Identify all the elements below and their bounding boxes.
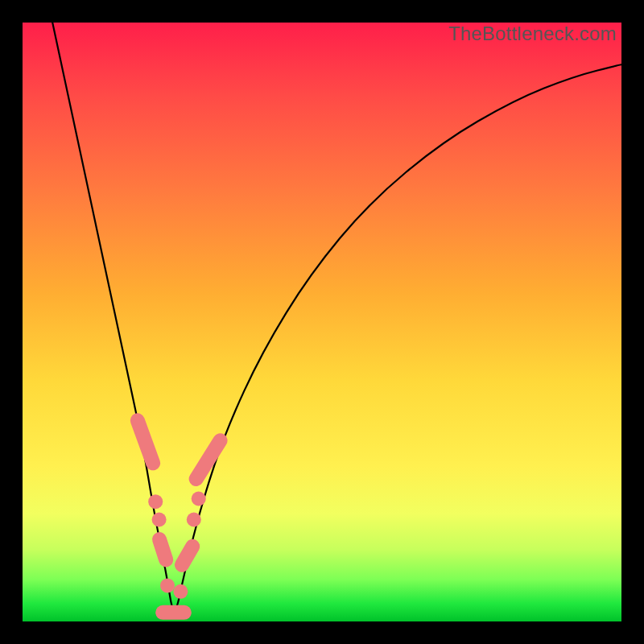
plot-area: TheBottleneck.com <box>23 23 621 621</box>
data-marker-pill <box>151 530 175 569</box>
data-marker-pill <box>186 431 230 489</box>
chart-svg <box>23 23 621 621</box>
marker-group <box>128 411 230 620</box>
data-marker-dot <box>160 578 175 592</box>
chart-frame: TheBottleneck.com <box>0 0 644 644</box>
data-marker-pill <box>172 536 203 575</box>
data-marker-dot <box>152 513 167 527</box>
data-marker-dot <box>148 494 163 509</box>
data-marker-dot <box>173 584 188 599</box>
data-marker-pill <box>155 605 192 620</box>
data-marker-dot <box>187 513 201 527</box>
bottleneck-curve <box>52 23 621 609</box>
data-marker-dot <box>192 492 206 506</box>
